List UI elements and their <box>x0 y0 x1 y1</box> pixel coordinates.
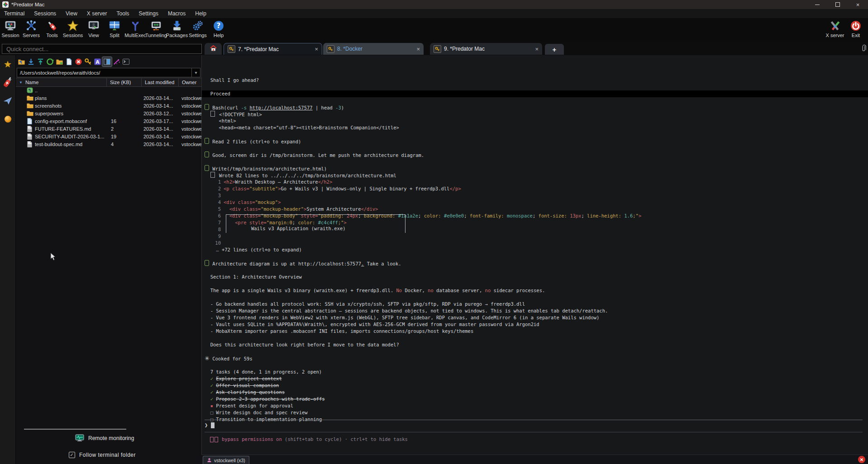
refresh-icon[interactable] <box>45 57 55 66</box>
minimize-icon[interactable] <box>807 0 827 9</box>
close-icon[interactable]: × <box>848 0 868 9</box>
toolbar-session-button[interactable]: Session <box>0 18 21 38</box>
terminal-line <box>205 267 864 274</box>
tab-bar: 7. *Predator Mac×8. *Docker×9. *Predator… <box>0 43 868 55</box>
toolbar-exit-button[interactable]: Exit <box>845 18 866 38</box>
file-owner: vstockwell <box>181 95 201 101</box>
toolbar-servers-button[interactable]: Servers <box>21 18 42 38</box>
table-row[interactable]: SECURITY-AUDIT-2026-03-1...192026-03-14.… <box>16 133 201 140</box>
tab-close-icon[interactable]: × <box>531 46 539 52</box>
file-table-rows: ..plans2026-03-14...vstockwellscreenshot… <box>16 86 201 148</box>
toolbar-tunneling-button[interactable]: Tunneling <box>146 18 167 38</box>
terminal-line: Bash(curl -s http://localhost:57577 | he… <box>205 104 864 111</box>
toolbar-multiexec-button[interactable]: MultiExec <box>125 18 146 38</box>
maximize-icon[interactable] <box>827 0 848 9</box>
user-icon <box>207 458 212 463</box>
quick-connect-input[interactable] <box>2 44 202 54</box>
table-row[interactable]: .. <box>16 86 201 94</box>
tab-label: 7. *Predator Mac <box>238 46 279 52</box>
table-row[interactable]: FUTURE-FEATURES.md22026-03-14...vstockwe… <box>16 125 201 133</box>
terminal-icon[interactable] <box>121 57 131 66</box>
menu-settings[interactable]: Settings <box>136 9 162 18</box>
sessions-star-icon[interactable]: ★ <box>0 59 15 70</box>
file-name: plans <box>35 95 47 101</box>
table-row[interactable]: screenshots2026-03-14...vstockwell <box>16 102 201 109</box>
font-icon[interactable]: A <box>93 57 102 66</box>
menu-help[interactable]: Help <box>192 9 210 18</box>
line-number: 4 <box>205 199 221 206</box>
paperclip-icon[interactable] <box>861 44 866 54</box>
close-session-icon[interactable]: ✕ <box>858 456 865 463</box>
menu-macros[interactable]: Macros <box>165 9 189 18</box>
menu-sessions[interactable]: Sessions <box>31 9 59 18</box>
table-row[interactable]: plans2026-03-14...vstockwell <box>16 94 201 102</box>
ascii-diagram-box: Wails v3 Application (wraith.exe) <box>226 214 405 233</box>
tools-knife-icon[interactable] <box>0 76 15 89</box>
toolbar-help-button[interactable]: ?Help <box>208 18 229 38</box>
key-icon[interactable] <box>83 57 93 66</box>
menu-terminal[interactable]: Terminal <box>1 9 28 18</box>
panel-icon[interactable] <box>102 57 112 66</box>
follow-terminal-folder-checkbox[interactable]: ✓ Follow terminal folder <box>69 452 136 458</box>
tab-9-predator-mac[interactable]: 9. *Predator Mac× <box>430 43 542 55</box>
tab-8-docker[interactable]: 8. *Docker× <box>323 43 424 55</box>
toolbar-label: MultiExec <box>124 33 146 38</box>
terminal-line <box>205 280 864 287</box>
toolbar-tools-button[interactable]: Tools <box>42 18 62 38</box>
upload-icon[interactable] <box>36 57 45 66</box>
terminal-pane[interactable]: Shall I go ahead? Proceed Bash(curl -s h… <box>201 55 868 455</box>
tab-7-predator-mac[interactable]: 7. *Predator Mac× <box>224 43 322 55</box>
toolbar-xserver-button[interactable]: X server <box>825 18 845 38</box>
menu-x-server[interactable]: X server <box>84 9 110 18</box>
xserver-icon <box>829 19 841 32</box>
table-row[interactable]: superpowers2026-03-12...vstockwell <box>16 109 201 117</box>
tab-close-icon[interactable]: × <box>413 46 420 52</box>
terminal-lines: Shall I go ahead? Proceed Bash(curl -s h… <box>205 77 864 423</box>
column-header-size[interactable]: Size (KB) <box>107 78 142 86</box>
menu-tools[interactable]: Tools <box>114 9 133 18</box>
table-row[interactable]: test-buildout-spec.md42026-03-14...vstoc… <box>16 140 201 148</box>
path-text[interactable]: /Users/vstockwell/repos/wraith/docs/ <box>17 70 191 76</box>
toolbar-settings-button[interactable]: Settings <box>187 18 208 38</box>
new-folder-icon[interactable] <box>55 57 64 66</box>
tab-close-icon[interactable]: × <box>311 46 318 52</box>
file-owner: vstockwell <box>181 103 201 109</box>
session-tab-vstockwell[interactable]: vstockwell (x3) <box>203 456 249 464</box>
new-file-icon[interactable] <box>64 57 74 66</box>
folder-up-icon[interactable] <box>17 57 26 66</box>
toolbar-packages-button[interactable]: Packages <box>167 18 187 38</box>
tab-home[interactable] <box>205 43 222 55</box>
prompt-line[interactable]: ❯ <box>205 422 215 429</box>
window-controls: × <box>807 0 868 9</box>
pause-icon <box>215 437 218 442</box>
toolbar-view-button[interactable]: View <box>83 18 104 38</box>
file-name: FUTURE-FEATURES.md <box>35 126 91 132</box>
column-header-name[interactable]: ▼Name <box>16 78 107 86</box>
file-modified: 2026-03-14... <box>143 134 178 139</box>
download-icon[interactable] <box>26 57 36 66</box>
column-header-owner[interactable]: Owner <box>179 78 201 86</box>
toolbar-split-button[interactable]: Split <box>104 18 125 38</box>
terminal-line: - MobaXterm importer parses .mobaconf IN… <box>205 328 864 335</box>
file-name: config-export.mobaconf <box>35 118 87 124</box>
path-dropdown-icon[interactable]: ▾ <box>191 68 200 77</box>
menu-view[interactable]: View <box>62 9 81 18</box>
multiexec-icon <box>129 19 141 32</box>
toolbar-sessions-button[interactable]: Sessions <box>62 18 83 38</box>
help-icon: ? <box>213 19 224 32</box>
terminal-line <box>205 131 864 138</box>
column-header-modified[interactable]: Last modified <box>142 78 179 86</box>
line-number: 3 <box>205 192 221 199</box>
remote-monitoring-link[interactable]: Remote monitoring <box>75 434 134 442</box>
terminal-line: Good, screen dir is /tmp/brainstorm. Let… <box>205 152 864 158</box>
table-row[interactable]: config-export.mobaconf162026-03-17...vst… <box>16 117 201 125</box>
wand-icon[interactable] <box>112 57 121 66</box>
folder-icon <box>27 103 33 109</box>
terminal-line <box>205 348 864 355</box>
delete-icon[interactable] <box>74 57 83 66</box>
md-icon <box>27 141 33 147</box>
line-number: 5 <box>205 206 221 213</box>
new-tab-button[interactable]: + <box>545 44 564 55</box>
macros-plane-icon[interactable] <box>0 96 15 106</box>
notification-dot-icon[interactable] <box>0 116 15 123</box>
